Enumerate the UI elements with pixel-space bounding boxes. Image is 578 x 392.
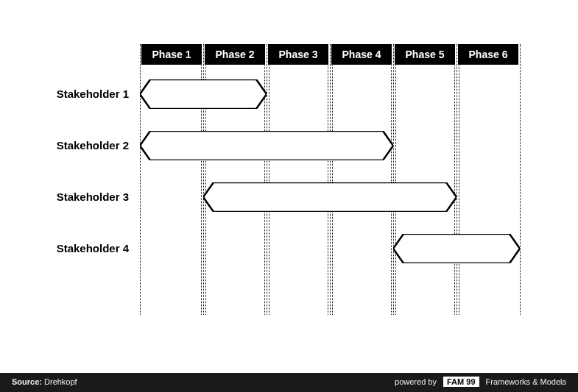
- stakeholder-label: Stakeholder 2: [0, 139, 129, 152]
- grid-line: [454, 44, 455, 315]
- grid-line: [395, 44, 396, 315]
- grid-line: [269, 44, 269, 315]
- phase-header: Phase 5: [395, 44, 455, 65]
- grid-line: [330, 44, 331, 315]
- grid-line: [332, 44, 333, 315]
- phase-header: Phase 1: [141, 44, 202, 65]
- stakeholder-phase-chart: Phase 1Phase 2Phase 3Phase 4Phase 5Phase…: [0, 0, 578, 360]
- stakeholder-label: Stakeholder 4: [0, 242, 129, 254]
- grid-line: [328, 44, 328, 315]
- phase-header: Phase 2: [205, 44, 265, 65]
- phase-header: Phase 4: [331, 44, 392, 65]
- phase-header: Phase 6: [458, 44, 518, 65]
- stakeholder-bar: [203, 182, 457, 212]
- stakeholder-label: Stakeholder 3: [0, 190, 129, 203]
- footer-bar: Source: Drehkopf powered by FAM 99 Frame…: [0, 373, 578, 392]
- grid-line: [391, 44, 392, 315]
- grid-line: [267, 44, 267, 315]
- source-label: Source:: [12, 377, 42, 386]
- stakeholder-bar: [140, 79, 267, 109]
- source-value: Drehkopf: [44, 377, 77, 386]
- fam-badge: FAM 99: [443, 377, 479, 387]
- grid-line: [459, 44, 459, 315]
- stakeholder-bar: [393, 234, 520, 263]
- svg-marker-1: [140, 131, 393, 160]
- frameworks-label: Frameworks & Models: [486, 377, 566, 386]
- grid-line: [520, 44, 521, 315]
- powered-by-label: powered by: [395, 377, 437, 386]
- svg-marker-0: [140, 79, 267, 109]
- grid-line: [457, 44, 457, 315]
- svg-marker-2: [203, 182, 457, 212]
- stakeholder-bar: [140, 131, 393, 160]
- svg-marker-3: [393, 234, 520, 263]
- grid-line: [393, 44, 394, 315]
- phase-header: Phase 3: [268, 44, 328, 65]
- stakeholder-label: Stakeholder 1: [0, 88, 129, 100]
